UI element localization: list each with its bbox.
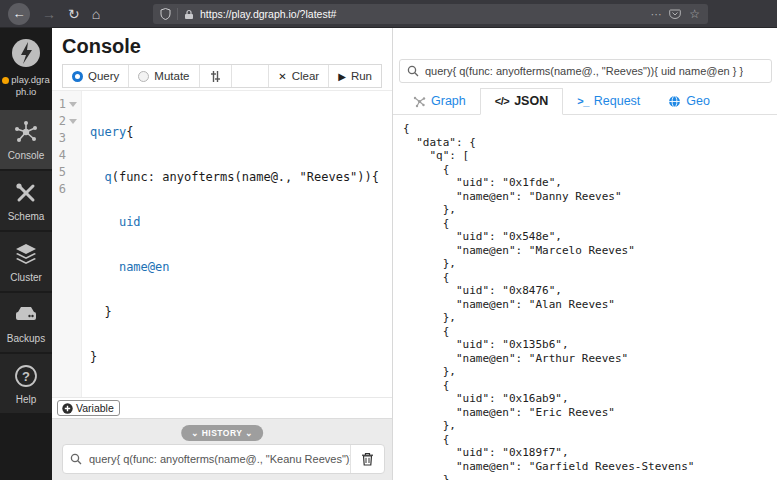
bookmark-star-icon[interactable]: ☆ <box>689 7 700 21</box>
variable-button[interactable]: Variable <box>57 400 120 416</box>
page-actions-icon[interactable]: ⋯ <box>651 8 662 20</box>
line-number: 5 <box>52 164 66 181</box>
url-bar[interactable]: https://play.dgraph.io/?latest# ⋯ ☆ <box>153 4 708 24</box>
graph-icon <box>413 95 426 108</box>
code-line: uid <box>90 214 392 231</box>
add-circle-icon <box>62 403 73 414</box>
query-toolbar: Query Mutate ✕ Clear ▶ Run <box>62 64 382 88</box>
clear-button[interactable]: ✕ Clear <box>268 65 328 87</box>
tab-graph[interactable]: Graph <box>399 89 480 114</box>
tab-label: Graph <box>431 94 466 108</box>
search-icon <box>407 65 419 77</box>
history-entry-text: query{ q(func: anyofterms(name@., "Keanu… <box>89 453 350 465</box>
sidebar-item-backups[interactable]: Backups <box>0 293 52 352</box>
executed-query-bar[interactable]: query{ q(func: anyofterms(name@., "Reeve… <box>399 59 772 83</box>
reload-button[interactable]: ↻ <box>68 7 80 21</box>
line-number: 4 <box>52 147 66 164</box>
run-play-icon: ▶ <box>338 71 346 82</box>
clear-button-label: Clear <box>292 70 319 82</box>
query-editor[interactable]: 1 2 3 4 5 6 query{ q(func: anyofterms(na… <box>52 90 392 397</box>
layers-icon <box>13 241 39 267</box>
run-button-label: Run <box>351 70 372 82</box>
radio-selected-icon[interactable] <box>72 71 83 82</box>
mutate-radio-option[interactable]: Mutate <box>129 65 199 87</box>
browser-toolbar: ← → ↻ ⌂ https://play.dgraph.io/?latest# … <box>0 0 777 28</box>
history-entry[interactable]: query{ q(func: anyofterms(name@., "Keanu… <box>62 444 385 474</box>
sidebar-item-label: Schema <box>2 211 50 222</box>
dgraph-logo-icon <box>9 36 43 70</box>
query-radio-label: Query <box>88 70 119 82</box>
editor-gutter: 1 2 3 4 5 6 <box>52 91 82 397</box>
sidebar-item-label: Help <box>2 394 50 405</box>
line-number: 2 <box>52 113 66 130</box>
sidebar-item-label: Cluster <box>2 272 50 283</box>
code-line: } <box>90 349 392 366</box>
sidebar-brand-label: play.dgraph.io <box>2 74 50 98</box>
fold-caret-icon[interactable] <box>69 119 77 124</box>
tracking-shield-icon[interactable] <box>160 8 171 20</box>
tab-label: JSON <box>514 94 548 108</box>
mutate-radio-label: Mutate <box>154 70 189 82</box>
tab-label: Geo <box>686 94 710 108</box>
history-section: ⌄ HISTORY ⌄ query{ q(func: anyofterms(na… <box>52 418 392 480</box>
sidebar-brand[interactable]: play.dgraph.io <box>0 28 52 108</box>
history-toggle[interactable]: ⌄ HISTORY ⌄ <box>181 425 263 441</box>
editor-options-button[interactable] <box>200 65 232 87</box>
help-icon: ? <box>13 363 39 389</box>
status-dot <box>2 77 9 84</box>
drive-icon <box>13 302 39 328</box>
sidebar-item-console[interactable]: Console <box>0 110 52 169</box>
clear-x-icon: ✕ <box>278 71 286 82</box>
line-number: 1 <box>52 96 66 113</box>
code-brackets-icon: </> <box>495 95 509 107</box>
back-button[interactable]: ← <box>8 3 30 25</box>
run-button[interactable]: ▶ Run <box>328 65 381 87</box>
forward-button[interactable]: → <box>42 7 56 21</box>
sidebar-item-help[interactable]: ? Help <box>0 354 52 413</box>
code-line: name@en <box>90 259 392 276</box>
pocket-icon[interactable] <box>669 8 681 20</box>
divider <box>177 8 178 20</box>
query-radio-option[interactable]: Query <box>63 65 129 87</box>
json-output[interactable]: { "data": { "q": [ { "uid": "0x1fde", "n… <box>393 115 777 480</box>
network-graph-icon <box>13 119 39 145</box>
tab-geo[interactable]: Geo <box>654 89 724 114</box>
variable-strip: Variable <box>52 397 392 418</box>
search-icon <box>70 453 82 465</box>
terminal-prompt-icon: >_ <box>577 95 589 107</box>
trash-icon <box>361 452 374 466</box>
toolbar-spacer <box>232 65 269 87</box>
sidebar-item-label: Backups <box>2 333 50 344</box>
svg-text:?: ? <box>22 368 30 383</box>
results-tabs: Graph </> JSON >_ Request Geo <box>393 88 777 115</box>
sidebar-item-schema[interactable]: Schema <box>0 171 52 230</box>
results-panel: query{ q(func: anyofterms(name@., "Reeve… <box>393 28 777 480</box>
delete-history-button[interactable] <box>350 445 384 473</box>
sliders-icon <box>209 70 222 83</box>
sidebar-filler <box>0 415 52 480</box>
sidebar-item-cluster[interactable]: Cluster <box>0 232 52 291</box>
tab-label: Request <box>594 94 641 108</box>
variable-button-label: Variable <box>76 402 114 414</box>
tab-json[interactable]: </> JSON <box>480 88 563 115</box>
fold-caret-icon[interactable] <box>69 102 77 107</box>
lock-icon <box>184 9 194 20</box>
executed-query-text: query{ q(func: anyofterms(name@., "Reeve… <box>425 65 743 77</box>
line-number: 6 <box>52 181 66 198</box>
console-panel: Console Query Mutate ✕ Clear ▶ <box>52 28 393 480</box>
code-line: q(func: anyofterms(name@., "Reeves")){ <box>90 169 392 186</box>
sidebar: play.dgraph.io Console <box>0 28 52 480</box>
tab-request[interactable]: >_ Request <box>563 89 654 114</box>
tools-icon <box>13 180 39 206</box>
page-title: Console <box>62 35 392 58</box>
home-button[interactable]: ⌂ <box>92 7 100 21</box>
code-line: query{ <box>90 124 392 141</box>
line-number: 3 <box>52 130 66 147</box>
sidebar-item-label: Console <box>2 150 50 161</box>
globe-icon <box>668 95 681 108</box>
editor-code[interactable]: query{ q(func: anyofterms(name@., "Reeve… <box>82 91 392 397</box>
radio-unselected-icon[interactable] <box>138 71 149 82</box>
url-text[interactable]: https://play.dgraph.io/?latest# <box>200 8 651 20</box>
code-line: } <box>90 304 392 321</box>
